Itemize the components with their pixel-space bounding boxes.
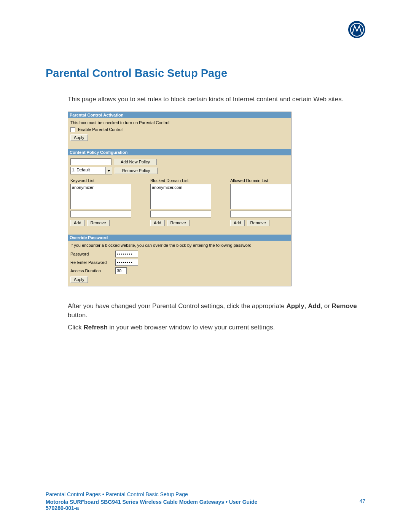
remove-policy-button[interactable]: Remove Policy	[115, 168, 158, 174]
page-number: 47	[359, 498, 365, 504]
policy-header: Content Policy Configuration	[68, 149, 291, 155]
allowed-domain-label: Allowed Domain List	[230, 178, 291, 183]
override-note: If you encounter a blocked website, you …	[70, 242, 289, 249]
override-header: Override Password	[68, 235, 291, 241]
reenter-password-input[interactable]: ●●●●●●●●	[115, 259, 138, 266]
keyword-listbox[interactable]: anonymizer	[70, 184, 131, 209]
breadcrumb: Parental Control Pages • Parental Contro…	[46, 491, 365, 497]
dropdown-arrow-icon	[105, 167, 112, 174]
blocked-domain-remove-button[interactable]: Remove	[167, 220, 190, 226]
keyword-list-column: Keyword List anonymizer Add Remove	[70, 178, 131, 226]
add-new-policy-button[interactable]: Add New Policy	[114, 159, 157, 165]
header-divider	[46, 44, 365, 44]
reenter-password-label: Re-Enter Password	[70, 260, 115, 265]
keyword-remove-button[interactable]: Remove	[87, 220, 110, 226]
blocked-domain-column: Blocked Domain List anonymizer.com Add R…	[150, 178, 211, 226]
access-duration-input[interactable]	[115, 267, 127, 274]
activation-note: This box must be checked to turn on Pare…	[70, 120, 289, 126]
blocked-domain-add-button[interactable]: Add	[150, 220, 165, 226]
access-duration-label: Access Duration	[70, 268, 115, 273]
allowed-domain-add-input[interactable]	[230, 211, 291, 217]
allowed-domain-remove-button[interactable]: Remove	[247, 220, 269, 226]
svg-point-0	[350, 23, 363, 36]
keyword-add-button[interactable]: Add	[70, 220, 85, 226]
override-apply-button[interactable]: Apply	[70, 276, 88, 283]
policy-select[interactable]: 1. Default	[70, 167, 112, 174]
page-title: Parental Control Basic Setup Page	[46, 67, 365, 80]
allowed-domain-listbox[interactable]	[230, 184, 291, 209]
blocked-domain-label: Blocked Domain List	[150, 178, 211, 183]
keyword-list-label: Keyword List	[70, 178, 131, 183]
motorola-logo-icon	[348, 21, 365, 38]
policy-select-value: 1. Default	[71, 167, 105, 174]
password-label: Password	[70, 252, 115, 256]
enable-parental-control-label: Enable Parental Control	[78, 127, 123, 132]
blocked-domain-listbox[interactable]: anonymizer.com	[150, 184, 211, 209]
page-footer: Parental Control Pages • Parental Contro…	[46, 488, 365, 511]
intro-paragraph: This page allows you to set rules to blo…	[68, 95, 365, 104]
blocked-domain-add-input[interactable]	[150, 211, 211, 217]
guide-title: Motorola SURFboard SBG941 Series Wireles…	[46, 499, 365, 505]
allowed-domain-add-button[interactable]: Add	[230, 220, 245, 226]
after-paragraph-2: Click Refresh in your web browser window…	[68, 323, 365, 332]
new-policy-name-input[interactable]	[70, 158, 112, 165]
password-input[interactable]: ●●●●●●●●	[115, 251, 138, 257]
activation-apply-button[interactable]: Apply	[70, 134, 88, 141]
activation-header: Parental Control Activation	[68, 112, 291, 118]
config-panel: Parental Control Activation This box mus…	[68, 112, 292, 287]
keyword-add-input[interactable]	[70, 211, 131, 217]
enable-parental-control-checkbox[interactable]	[70, 127, 75, 132]
after-paragraph-1: After you have changed your Parental Con…	[68, 302, 365, 320]
allowed-domain-column: Allowed Domain List Add Remove	[230, 178, 291, 226]
footer-divider	[46, 488, 365, 488]
document-number: 570280-001-a	[46, 505, 365, 511]
